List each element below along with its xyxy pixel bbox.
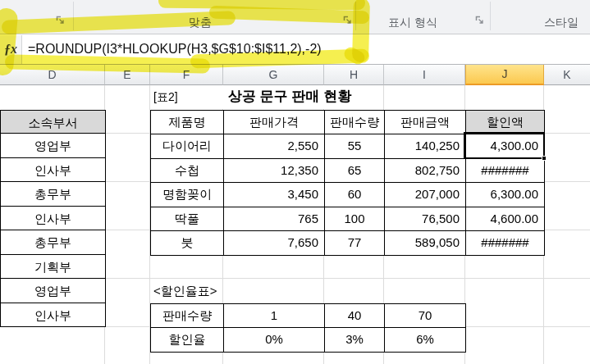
dept-cell[interactable]: 인사부: [1, 206, 106, 231]
sales-cell[interactable]: 76,500: [385, 207, 466, 232]
column-header-H[interactable]: H: [324, 65, 384, 85]
dept-cell[interactable]: 영업부: [1, 133, 106, 158]
sales-cell[interactable]: 4,600.00: [466, 207, 545, 232]
sheet-grid[interactable]: [표2] 상공 문구 판매 현황 소속부서영업부인사부총무부인사부총무부기획부영…: [0, 85, 590, 364]
sales-cell[interactable]: 589,050: [385, 231, 466, 256]
sales-cell[interactable]: 6,300.00: [466, 183, 545, 207]
fx-icon: ƒx: [4, 42, 17, 56]
sales-cell[interactable]: 207,000: [385, 183, 466, 207]
sales-table: 제품명판매가격판매수량판매금액할인액다이어리2,55055140,2504,30…: [150, 110, 545, 256]
column-header-J[interactable]: J: [465, 65, 544, 85]
discount-rate-table: 판매수량14070할인율0%3%6%: [150, 303, 466, 353]
dialog-launcher-icon[interactable]: [343, 16, 352, 25]
sales-cell[interactable]: 60: [325, 183, 385, 207]
sales-cell[interactable]: 140,250: [385, 134, 466, 159]
sales-header-cell[interactable]: 판매가격: [224, 111, 325, 135]
dept-cell[interactable]: 총무부: [1, 230, 106, 255]
dept-cell[interactable]: 인사부: [1, 157, 106, 183]
ribbon-group-number-format-label: 표시 형식: [388, 16, 437, 30]
discount-table-label: <할인율표>: [153, 279, 221, 303]
dept-cell[interactable]: 기획부: [1, 254, 106, 280]
discount-cell[interactable]: 할인율: [151, 328, 224, 353]
sales-cell[interactable]: 2,550: [224, 134, 325, 159]
sales-header-cell[interactable]: 판매수량: [325, 111, 385, 135]
dept-header-cell[interactable]: 소속부서: [1, 110, 106, 134]
ribbon-separator: [355, 2, 356, 30]
column-header-D[interactable]: D: [0, 65, 105, 85]
discount-cell[interactable]: 0%: [224, 328, 325, 353]
sales-cell[interactable]: 3,450: [224, 183, 325, 207]
sales-cell[interactable]: 딱풀: [151, 207, 224, 232]
insert-function-button[interactable]: ƒx: [0, 35, 22, 64]
sales-cell[interactable]: 55: [325, 134, 385, 159]
dialog-launcher-icon[interactable]: [475, 16, 484, 25]
column-header-E[interactable]: E: [105, 65, 150, 85]
sales-cell[interactable]: 100: [325, 207, 385, 232]
discount-cell[interactable]: 70: [385, 304, 466, 329]
dept-cell[interactable]: 인사부: [1, 303, 106, 328]
sales-header-cell[interactable]: 할인액: [466, 111, 545, 135]
sales-cell[interactable]: 명함꽂이: [151, 183, 224, 207]
sales-cell[interactable]: 붓: [151, 231, 224, 256]
discount-cell[interactable]: 3%: [325, 328, 385, 353]
discount-cell[interactable]: 6%: [385, 328, 466, 353]
sales-cell[interactable]: 12,350: [224, 159, 325, 184]
sales-cell[interactable]: 수첩: [151, 159, 224, 184]
sales-cell[interactable]: 65: [325, 159, 385, 184]
sales-header-cell[interactable]: 판매금액: [385, 111, 466, 135]
column-header-row: DEFGHIJK: [0, 65, 590, 85]
column-header-I[interactable]: I: [384, 65, 465, 85]
sales-cell[interactable]: #######: [466, 159, 545, 184]
excel-window: 맞춤 표시 형식 스타일 ƒx =ROUNDUP(I3*HLOOKUP(H3,$…: [0, 0, 590, 364]
column-header-F[interactable]: F: [150, 65, 223, 85]
sales-cell[interactable]: 7,650: [224, 231, 325, 256]
sales-cell[interactable]: 4,300.00: [466, 134, 545, 159]
sheet-title: 상공 문구 판매 현황: [228, 85, 356, 109]
column-header-G[interactable]: G: [223, 65, 324, 85]
ribbon-group-styles-label: 스타일: [544, 16, 579, 30]
sales-cell[interactable]: 77: [325, 231, 385, 256]
sales-header-cell[interactable]: 제품명: [151, 111, 224, 135]
table-tag-label: [표2]: [153, 85, 223, 109]
discount-cell[interactable]: 40: [325, 304, 385, 329]
sales-cell[interactable]: 802,750: [385, 159, 466, 184]
dept-cell[interactable]: 영업부: [1, 278, 106, 303]
formula-bar: ƒx =ROUNDUP(I3*HLOOKUP(H3,$G$10:$I$11,2)…: [0, 35, 590, 65]
department-table: 소속부서영업부인사부총무부인사부총무부기획부영업부인사부: [0, 110, 106, 328]
sales-cell[interactable]: 다이어리: [151, 134, 224, 159]
formula-input[interactable]: =ROUNDUP(I3*HLOOKUP(H3,$G$10:$I$11,2),-2…: [28, 35, 322, 64]
discount-cell[interactable]: 1: [224, 304, 325, 329]
ribbon-separator: [73, 2, 74, 30]
column-header-K[interactable]: K: [544, 65, 590, 85]
dept-cell[interactable]: 총무부: [1, 181, 106, 207]
sales-cell[interactable]: #######: [466, 231, 545, 256]
ribbon: 맞춤 표시 형식 스타일: [0, 0, 590, 34]
discount-cell[interactable]: 판매수량: [151, 304, 224, 329]
dialog-launcher-icon[interactable]: [56, 16, 65, 25]
sales-cell[interactable]: 765: [224, 207, 325, 232]
ribbon-separator: [490, 2, 491, 30]
ribbon-group-alignment-label: 맞춤: [189, 16, 212, 30]
